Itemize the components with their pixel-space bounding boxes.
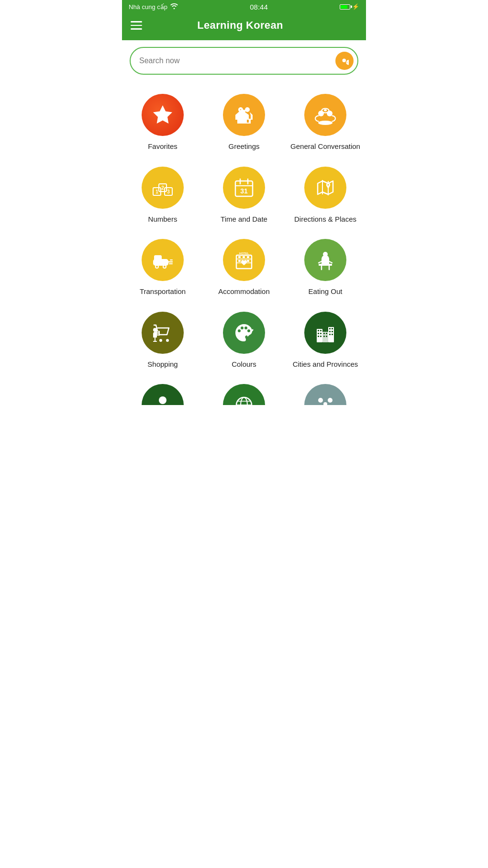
directions-label: Directions & Places xyxy=(294,214,356,224)
svg-rect-61 xyxy=(318,333,319,334)
svg-point-77 xyxy=(159,396,166,404)
svg-point-19 xyxy=(328,184,329,185)
svg-rect-75 xyxy=(323,336,325,337)
family-icon xyxy=(314,394,337,405)
hotel-icon-circle: HOTEL xyxy=(223,239,265,281)
bottom-item-2[interactable] xyxy=(203,377,285,405)
carrier-text: Nhà cung cấp xyxy=(129,3,167,11)
app-header: Learning Korean xyxy=(122,13,366,40)
status-right: ⚡ xyxy=(340,3,359,10)
categories-grid: Favorites Greetings General Conver xyxy=(122,83,366,377)
svg-point-0 xyxy=(245,107,250,112)
svg-rect-67 xyxy=(332,328,333,329)
numbers-label: Numbers xyxy=(148,214,177,224)
hotel-icon: HOTEL xyxy=(233,248,255,271)
battery-icon xyxy=(340,4,350,10)
globe-icon xyxy=(233,394,255,405)
status-left: Nhà cung cấp xyxy=(129,3,178,11)
svg-point-3 xyxy=(318,121,333,125)
search-icon xyxy=(340,56,349,65)
shopping-label: Shopping xyxy=(147,360,177,369)
accommodation-label: Accommodation xyxy=(218,287,270,296)
svg-rect-38 xyxy=(319,264,332,266)
svg-point-45 xyxy=(166,339,169,342)
category-general-conversation[interactable]: General Conversation xyxy=(285,87,366,160)
palette-icon xyxy=(233,321,255,344)
menu-button[interactable] xyxy=(131,21,142,30)
favorites-icon-circle xyxy=(142,94,184,136)
svg-rect-74 xyxy=(326,333,327,334)
cities-icon-circle xyxy=(304,312,346,354)
wifi-icon xyxy=(170,3,178,11)
search-input[interactable] xyxy=(139,56,335,65)
category-accommodation[interactable]: HOTEL Accommodation xyxy=(203,232,285,305)
svg-point-56 xyxy=(247,329,250,332)
search-container xyxy=(122,40,366,83)
bolt-icon: ⚡ xyxy=(352,3,359,10)
search-bar xyxy=(130,47,358,75)
svg-rect-32 xyxy=(238,256,241,258)
transport-icon xyxy=(151,248,174,271)
category-numbers[interactable]: 1 2 3 Numbers xyxy=(122,160,203,233)
svg-point-86 xyxy=(318,398,323,403)
svg-rect-35 xyxy=(238,260,241,262)
category-colours[interactable]: Colours xyxy=(203,305,285,378)
conversation-label: General Conversation xyxy=(290,142,360,151)
svg-rect-62 xyxy=(320,333,322,334)
svg-rect-33 xyxy=(243,256,245,258)
category-shopping[interactable]: Shopping xyxy=(122,305,203,378)
svg-rect-58 xyxy=(317,329,322,342)
svg-rect-72 xyxy=(322,332,328,342)
eating-label: Eating Out xyxy=(309,287,343,296)
timedate-label: Time and Date xyxy=(221,214,267,224)
shopping-icon-circle xyxy=(142,312,184,354)
transport-label: Transportation xyxy=(140,287,186,296)
search-button[interactable] xyxy=(335,52,354,70)
greetings-label: Greetings xyxy=(228,142,259,151)
category-greetings[interactable]: Greetings xyxy=(203,87,285,160)
numbers-icon: 1 2 3 xyxy=(151,176,174,199)
eating-icon-circle xyxy=(304,239,346,281)
svg-rect-73 xyxy=(323,333,325,334)
svg-point-55 xyxy=(244,327,247,329)
bottom-partial-row xyxy=(122,377,366,405)
app-title: Learning Korean xyxy=(150,19,331,32)
cities-label: Cities and Provinces xyxy=(293,360,358,369)
svg-rect-76 xyxy=(326,336,327,337)
transport-icon-circle xyxy=(142,239,184,281)
bottom-circle-1 xyxy=(142,384,184,405)
svg-text:HOTEL: HOTEL xyxy=(239,252,249,255)
shopping-icon xyxy=(151,321,174,344)
category-time-date[interactable]: 31 Time and Date xyxy=(203,160,285,233)
category-directions[interactable]: Directions & Places xyxy=(285,160,366,233)
bottom-item-3[interactable] xyxy=(285,377,366,405)
svg-point-24 xyxy=(164,266,166,268)
timedate-icon-circle: 31 xyxy=(223,167,265,209)
svg-point-23 xyxy=(156,266,158,268)
svg-text:1: 1 xyxy=(155,189,158,194)
eating-icon xyxy=(314,248,337,271)
svg-rect-65 xyxy=(328,327,334,342)
svg-text:3: 3 xyxy=(167,189,170,194)
svg-rect-71 xyxy=(332,334,333,335)
category-favorites[interactable]: Favorites xyxy=(122,87,203,160)
bottom-circle-2 xyxy=(223,384,265,405)
svg-rect-70 xyxy=(329,334,331,335)
star-icon xyxy=(151,103,174,126)
svg-rect-59 xyxy=(318,330,319,331)
conversation-icon-circle xyxy=(304,94,346,136)
svg-point-44 xyxy=(159,339,162,342)
category-cities[interactable]: Cities and Provinces xyxy=(285,305,366,378)
cities-icon xyxy=(314,321,337,344)
greetings-icon-circle xyxy=(223,94,265,136)
svg-point-87 xyxy=(328,398,333,403)
colours-label: Colours xyxy=(232,360,256,369)
status-bar: Nhà cung cấp 08:44 ⚡ xyxy=(122,0,366,13)
category-eating-out[interactable]: Eating Out xyxy=(285,232,366,305)
svg-rect-69 xyxy=(332,331,333,332)
svg-point-54 xyxy=(241,327,244,329)
svg-point-2 xyxy=(327,111,333,116)
svg-rect-60 xyxy=(320,330,322,331)
bottom-item-1[interactable] xyxy=(122,377,203,405)
category-transportation[interactable]: Transportation xyxy=(122,232,203,305)
